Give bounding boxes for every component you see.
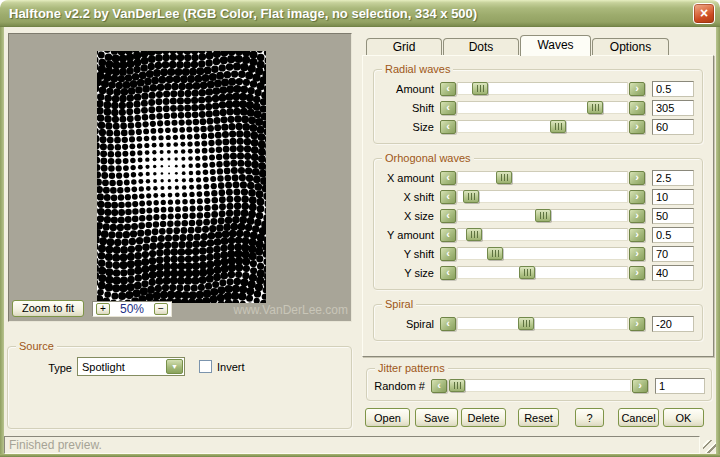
zoom-out-button[interactable]: −: [154, 303, 168, 315]
slider-value-input[interactable]: [652, 81, 694, 97]
slider-thumb[interactable]: [550, 120, 566, 133]
slider-thumb[interactable]: [487, 247, 503, 260]
close-icon: ×: [700, 5, 708, 21]
slider-track[interactable]: [457, 266, 628, 279]
slider-track[interactable]: [457, 171, 628, 184]
slider-value-input[interactable]: [655, 378, 705, 394]
tab-dots[interactable]: Dots: [443, 38, 519, 55]
source-group: Source Type Spotlight ▼ Invert: [7, 346, 352, 429]
reset-button[interactable]: Reset: [518, 408, 559, 427]
slider-right-arrow-icon[interactable]: ›: [632, 379, 648, 393]
slider-left-arrow-icon[interactable]: ‹: [440, 266, 456, 280]
slider-left-arrow-icon[interactable]: ‹: [440, 82, 456, 96]
slider-right-arrow-icon[interactable]: ›: [629, 190, 645, 204]
slider-thumb[interactable]: [449, 379, 465, 392]
slider-value-input[interactable]: [652, 100, 694, 116]
slider-label: Spiral: [382, 318, 440, 330]
slider-thumb[interactable]: [463, 190, 479, 203]
tab-waves[interactable]: Waves: [520, 35, 591, 56]
help-button[interactable]: ?: [575, 408, 604, 427]
slider-right-arrow-icon[interactable]: ›: [629, 101, 645, 115]
title-bar[interactable]: Halftone v2.2 by VanDerLee (RGB Color, F…: [0, 0, 720, 27]
resize-grip-icon[interactable]: [703, 440, 716, 453]
slider-value-input[interactable]: [652, 316, 694, 332]
source-type-select[interactable]: Spotlight ▼: [77, 357, 185, 376]
slider-right-arrow-icon[interactable]: ›: [629, 171, 645, 185]
slider-thumb[interactable]: [496, 171, 512, 184]
invert-label: Invert: [217, 361, 245, 373]
slider-track[interactable]: [457, 247, 628, 260]
slider-label: Y amount: [382, 229, 440, 241]
slider-track[interactable]: [457, 120, 628, 133]
cancel-button[interactable]: Cancel: [618, 408, 659, 427]
slider-right-arrow-icon[interactable]: ›: [629, 317, 645, 331]
open-button[interactable]: Open: [365, 408, 410, 427]
invert-checkbox[interactable]: [199, 360, 212, 373]
window-border-right: [716, 27, 720, 457]
slider-label: Shift: [382, 102, 440, 114]
slider-value-input[interactable]: [652, 265, 694, 281]
waves-tab-page: Radial waves Amount ‹ › Shift ‹ › Size ‹…: [362, 55, 714, 357]
window-title: Halftone v2.2 by VanDerLee (RGB Color, F…: [9, 6, 477, 21]
slider-left-arrow-icon[interactable]: ‹: [440, 209, 456, 223]
slider-left-arrow-icon[interactable]: ‹: [431, 379, 447, 393]
slider-track[interactable]: [457, 317, 628, 330]
tab-options[interactable]: Options: [592, 38, 669, 55]
slider-value-input[interactable]: [652, 119, 694, 135]
slider-left-arrow-icon[interactable]: ‹: [440, 228, 456, 242]
zoom-in-button[interactable]: +: [96, 303, 110, 315]
chevron-down-icon[interactable]: ▼: [166, 359, 183, 374]
slider-track[interactable]: [457, 190, 628, 203]
slider-right-arrow-icon[interactable]: ›: [629, 228, 645, 242]
slider-label: Y shift: [382, 248, 440, 260]
slider-thumb[interactable]: [535, 209, 551, 222]
slider-label: X size: [382, 210, 440, 222]
slider-left-arrow-icon[interactable]: ‹: [440, 101, 456, 115]
slider-value-input[interactable]: [652, 208, 694, 224]
slider-thumb[interactable]: [466, 228, 482, 241]
zoom-to-fit-button[interactable]: Zoom to fit: [12, 300, 84, 317]
slider-row-x-shift: X shift ‹ ›: [382, 189, 694, 204]
slider-label: X shift: [382, 191, 440, 203]
slider-thumb[interactable]: [472, 82, 488, 95]
slider-track[interactable]: [457, 82, 628, 95]
slider-row-y-size: Y size ‹ ›: [382, 265, 694, 280]
slider-thumb[interactable]: [518, 317, 534, 330]
slider-right-arrow-icon[interactable]: ›: [629, 120, 645, 134]
slider-left-arrow-icon[interactable]: ‹: [440, 120, 456, 134]
slider-value-input[interactable]: [652, 170, 694, 186]
slider-track[interactable]: [457, 209, 628, 222]
close-button[interactable]: ×: [693, 3, 715, 24]
ok-button[interactable]: OK: [663, 408, 704, 427]
type-label: Type: [22, 362, 72, 374]
orthogonal-waves-group: Orhogonal waves X amount ‹ › X shift ‹ ›…: [373, 158, 703, 290]
delete-button[interactable]: Delete: [461, 408, 506, 427]
halftone-preview-image: [97, 51, 266, 303]
slider-track[interactable]: [457, 228, 628, 241]
slider-thumb[interactable]: [587, 101, 603, 114]
jitter-patterns-group: Jitter patterns Random # ‹ ›: [366, 368, 712, 401]
slider-left-arrow-icon[interactable]: ‹: [440, 247, 456, 261]
slider-value-input[interactable]: [652, 189, 694, 205]
slider-left-arrow-icon[interactable]: ‹: [440, 190, 456, 204]
slider-right-arrow-icon[interactable]: ›: [629, 82, 645, 96]
zoom-control: + 50% −: [92, 301, 172, 317]
slider-right-arrow-icon[interactable]: ›: [629, 247, 645, 261]
slider-thumb[interactable]: [519, 266, 535, 279]
slider-row-x-amount: X amount ‹ ›: [382, 170, 694, 185]
tab-grid[interactable]: Grid: [366, 38, 442, 55]
slider-right-arrow-icon[interactable]: ›: [629, 209, 645, 223]
slider-row-spiral: Spiral ‹ ›: [382, 316, 694, 331]
slider-track[interactable]: [457, 101, 628, 114]
slider-value-input[interactable]: [652, 227, 694, 243]
source-type-value: Spotlight: [78, 361, 166, 373]
slider-left-arrow-icon[interactable]: ‹: [440, 171, 456, 185]
save-button[interactable]: Save: [415, 408, 458, 427]
slider-value-input[interactable]: [652, 246, 694, 262]
slider-right-arrow-icon[interactable]: ›: [629, 266, 645, 280]
slider-left-arrow-icon[interactable]: ‹: [440, 317, 456, 331]
slider-track[interactable]: [448, 379, 631, 392]
slider-row-y-amount: Y amount ‹ ›: [382, 227, 694, 242]
slider-row-y-shift: Y shift ‹ ›: [382, 246, 694, 261]
jitter-patterns-title: Jitter patterns: [375, 361, 448, 375]
